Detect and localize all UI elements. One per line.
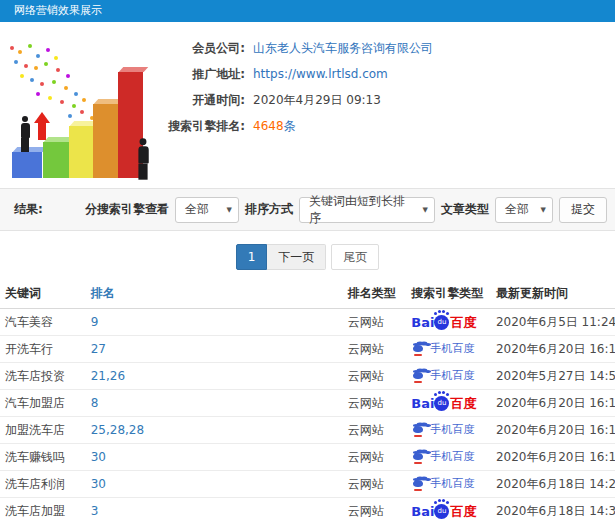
company-row: 会员公司: 山东老人头汽车服务咨询有限公司 [165, 35, 433, 61]
header-keyword: 关键词 [0, 281, 86, 309]
pagination: 1 下一页 尾页 [0, 244, 615, 270]
table-row[interactable]: 汽车加盟店 8 云网站 Bai du 百度 手机百度 2020年6月20日 16… [0, 390, 615, 417]
header-rank-type: 排名类型 [343, 281, 407, 309]
rank-cell[interactable]: 8 [86, 390, 343, 417]
update-time-cell: 2020年6月5日 11:24 [491, 309, 615, 336]
keyword-cell: 洗车店利润 [0, 471, 86, 498]
engine-rank-value: 4648条 [253, 118, 296, 135]
baidu-logo-bai: Bai [411, 505, 434, 518]
baidu-logo: Bai du 百度 [411, 395, 476, 410]
last-page-button[interactable]: 尾页 [331, 244, 379, 270]
businessman-figure-left [18, 116, 32, 152]
dropdown-caret-icon: ▼ [533, 206, 546, 214]
company-label: 会员公司: [165, 40, 245, 57]
engine-rank-label: 搜索引擎排名: [165, 118, 245, 135]
keyword-cell: 开洗车行 [0, 336, 86, 363]
bar-green [43, 142, 69, 178]
mobile-baidu-label: 手机百度 [430, 476, 474, 491]
baidu-logo: Bai du 百度 [411, 314, 476, 329]
mobile-baidu-badge: 手机百度 [411, 368, 474, 383]
article-type-select[interactable]: 全部 ▼ [495, 197, 553, 223]
rank-cell[interactable]: 30 [86, 444, 343, 471]
mobile-baidu-paw-icon [411, 423, 425, 435]
baidu-paw-icon: du [434, 396, 449, 411]
open-time-value: 2020年4月29日 09:13 [253, 92, 381, 109]
rank-type-cell: 云网站 [343, 309, 407, 336]
rank-type-cell: 云网站 [343, 336, 407, 363]
engine-cell: Bai du 百度 手机百度 [406, 444, 491, 471]
rank-cell[interactable]: 3 [86, 498, 343, 520]
promo-url-label: 推广地址: [165, 66, 245, 83]
table-row[interactable]: 洗车店加盟 3 云网站 Bai du 百度 手机百度 2020年6月18日 14… [0, 498, 615, 520]
rank-count: 4648 [253, 119, 284, 133]
mobile-baidu-badge: 手机百度 [411, 476, 474, 491]
update-time-cell: 2020年6月20日 16:12 [491, 444, 615, 471]
sort-filter-label: 排序方式 [245, 201, 293, 218]
engine-filter-select[interactable]: 全部 ▼ [175, 197, 239, 223]
rank-cell[interactable]: 9 [86, 309, 343, 336]
engine-rank-row: 搜索引擎排名: 4648条 [165, 113, 433, 139]
baidu-logo: Bai du 百度 [411, 503, 476, 518]
keyword-cell: 洗车赚钱吗 [0, 444, 86, 471]
page-title: 网络营销效果展示 [14, 4, 102, 17]
mobile-baidu-label: 手机百度 [430, 368, 474, 383]
mobile-baidu-paw-icon [411, 450, 425, 462]
rank-type-cell: 云网站 [343, 498, 407, 520]
keyword-ranking-table: 关键词 排名 排名类型 搜索引擎类型 最新更新时间 汽车美容 9 云网站 Bai… [0, 281, 615, 520]
rank-cell[interactable]: 30 [86, 471, 343, 498]
table-row[interactable]: 加盟洗车店 25,28,28 云网站 Bai du 百度 手机百度 2020年6… [0, 417, 615, 444]
page-title-bar: 网络营销效果展示 [0, 0, 615, 22]
dropdown-caret-icon: ▼ [415, 206, 428, 214]
baidu-logo-bai: Bai [411, 397, 434, 410]
rank-cell[interactable]: 25,28,28 [86, 417, 343, 444]
update-time-cell: 2020年6月18日 14:27 [491, 471, 615, 498]
mobile-baidu-paw-icon [411, 477, 425, 489]
rank-type-cell: 云网站 [343, 417, 407, 444]
rank-unit: 条 [284, 119, 296, 133]
mobile-baidu-label: 手机百度 [430, 341, 474, 356]
table-row[interactable]: 洗车赚钱吗 30 云网站 Bai du 百度 手机百度 2020年6月20日 1… [0, 444, 615, 471]
rank-cell[interactable]: 27 [86, 336, 343, 363]
result-label: 结果: [14, 201, 43, 218]
baidu-logo-cn: 百度 [450, 316, 476, 329]
mobile-baidu-label: 手机百度 [430, 422, 474, 437]
article-type-value: 全部 [505, 201, 529, 218]
engine-filter-value: 全部 [185, 201, 209, 218]
engine-filter-label: 分搜索引擎查看 [85, 201, 169, 218]
keyword-cell: 洗车店投资 [0, 363, 86, 390]
mobile-baidu-paw-icon [411, 369, 425, 381]
table-row[interactable]: 洗车店投资 21,26 云网站 Bai du 百度 手机百度 2020年5月27… [0, 363, 615, 390]
update-time-cell: 2020年6月20日 16:12 [491, 390, 615, 417]
header-engine-type: 搜索引擎类型 [406, 281, 491, 309]
submit-button[interactable]: 提交 [559, 197, 607, 223]
engine-cell: Bai du 百度 手机百度 [406, 498, 491, 520]
table-row[interactable]: 洗车店利润 30 云网站 Bai du 百度 手机百度 2020年6月18日 1… [0, 471, 615, 498]
keyword-cell: 汽车加盟店 [0, 390, 86, 417]
update-time-cell: 2020年6月20日 16:16 [491, 336, 615, 363]
engine-cell: Bai du 百度 手机百度 [406, 471, 491, 498]
up-arrow-icon [34, 112, 50, 140]
article-type-label: 文章类型 [441, 201, 489, 218]
engine-cell: Bai du 百度 手机百度 [406, 363, 491, 390]
sort-filter-select[interactable]: 关键词由短到长排序 ▼ [299, 197, 435, 223]
open-time-label: 开通时间: [165, 92, 245, 109]
baidu-paw-icon: du [434, 315, 449, 330]
mobile-baidu-badge: 手机百度 [411, 341, 474, 356]
dropdown-caret-icon: ▼ [219, 206, 232, 214]
table-header-row: 关键词 排名 排名类型 搜索引擎类型 最新更新时间 [0, 281, 615, 309]
keyword-cell: 加盟洗车店 [0, 417, 86, 444]
rank-type-cell: 云网站 [343, 390, 407, 417]
promo-url-link[interactable]: https://www.lrtlsd.com [253, 67, 388, 81]
engine-cell: Bai du 百度 手机百度 [406, 309, 491, 336]
table-row[interactable]: 开洗车行 27 云网站 Bai du 百度 手机百度 2020年6月20日 16… [0, 336, 615, 363]
rank-type-cell: 云网站 [343, 363, 407, 390]
rank-type-cell: 云网站 [343, 471, 407, 498]
rank-cell[interactable]: 21,26 [86, 363, 343, 390]
sort-filter-value: 关键词由短到长排序 [309, 193, 415, 227]
table-row[interactable]: 汽车美容 9 云网站 Bai du 百度 手机百度 2020年6月5日 11:2… [0, 309, 615, 336]
keyword-cell: 汽车美容 [0, 309, 86, 336]
page-1-button[interactable]: 1 [236, 244, 268, 270]
baidu-logo-cn: 百度 [450, 397, 476, 410]
next-page-button[interactable]: 下一页 [267, 244, 326, 270]
company-link[interactable]: 山东老人头汽车服务咨询有限公司 [253, 40, 433, 57]
